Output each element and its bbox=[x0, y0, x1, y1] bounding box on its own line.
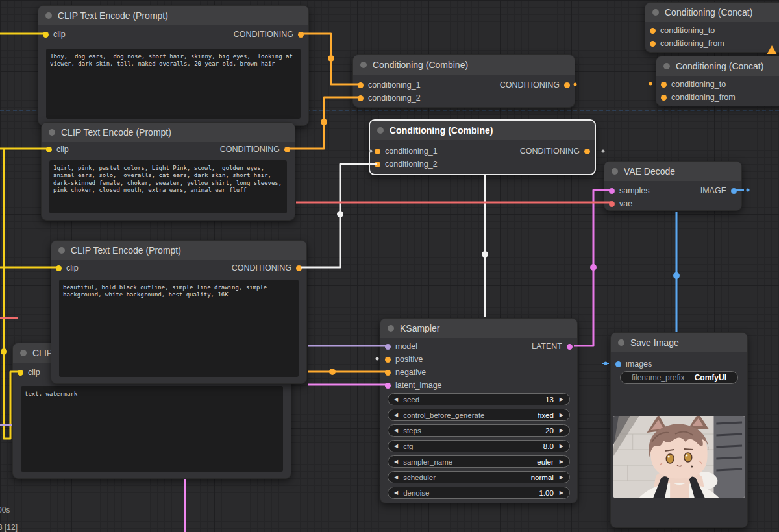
collapse-toggle-icon[interactable] bbox=[20, 350, 27, 356]
collapse-toggle-icon[interactable] bbox=[618, 339, 624, 346]
conditioning-slot-dot-icon[interactable] bbox=[358, 95, 364, 101]
control-before-generate-widget[interactable]: ◀ control_before_generate fixed ▶ bbox=[388, 409, 570, 421]
steps-widget[interactable]: ◀ steps 20 ▶ bbox=[388, 424, 570, 437]
node-title-bar[interactable]: KSampler bbox=[380, 319, 577, 338]
output-slot-conditioning[interactable]: CONDITIONING bbox=[220, 143, 290, 156]
input-slot-conditioning-1[interactable]: conditioning_1 bbox=[375, 145, 438, 158]
input-slot-clip[interactable]: clip bbox=[18, 366, 40, 379]
node-clip-text-encode-3[interactable]: CLIP Text Encode (Prompt) clip CONDITION… bbox=[51, 240, 307, 384]
latent-slot-dot-icon[interactable] bbox=[609, 188, 615, 194]
decrement-arrow-icon[interactable]: ◀ bbox=[394, 444, 398, 449]
collapse-toggle-icon[interactable] bbox=[377, 127, 384, 134]
widget-value[interactable]: 1.00 bbox=[539, 489, 553, 497]
decrement-arrow-icon[interactable]: ◀ bbox=[394, 413, 398, 418]
output-slot-conditioning[interactable]: CONDITIONING bbox=[500, 79, 570, 91]
clip-slot-dot-icon[interactable] bbox=[18, 370, 23, 376]
widget-value[interactable]: 13 bbox=[545, 396, 554, 404]
node-title-bar[interactable]: Conditioning (Combine) bbox=[370, 121, 595, 140]
comfyui-canvas[interactable]: { "colors": { "clip": "#f5cf1b", "condit… bbox=[0, 0, 779, 532]
image-slot-dot-icon[interactable] bbox=[731, 188, 737, 194]
decrement-arrow-icon[interactable]: ◀ bbox=[394, 459, 398, 465]
input-slot-conditioning-1[interactable]: conditioning_1 bbox=[358, 79, 421, 91]
input-slot-clip[interactable]: clip bbox=[43, 28, 66, 41]
conditioning-slot-dot-icon[interactable] bbox=[661, 82, 667, 88]
preview-image[interactable] bbox=[613, 416, 745, 498]
input-slot-model[interactable]: model bbox=[385, 340, 417, 353]
increment-arrow-icon[interactable]: ▶ bbox=[560, 428, 563, 433]
node-title-bar[interactable]: Save Image bbox=[611, 333, 747, 352]
conditioning-slot-dot-icon[interactable] bbox=[358, 82, 364, 88]
conditioning-slot-dot-icon[interactable] bbox=[564, 82, 570, 88]
sampler-name-widget[interactable]: ◀ sampler_name euler ▶ bbox=[388, 455, 570, 468]
conditioning-slot-dot-icon[interactable] bbox=[296, 265, 302, 271]
seed-widget[interactable]: ◀ seed 13 ▶ bbox=[388, 393, 570, 405]
output-slot-conditioning[interactable]: CONDITIONING bbox=[234, 28, 304, 41]
widget-value[interactable]: euler bbox=[537, 458, 554, 466]
decrement-arrow-icon[interactable]: ◀ bbox=[394, 490, 398, 496]
conditioning-slot-dot-icon[interactable] bbox=[650, 28, 656, 34]
conditioning-slot-dot-icon[interactable] bbox=[375, 149, 380, 154]
output-slot-image[interactable]: IMAGE bbox=[700, 184, 737, 197]
prompt-textarea[interactable]: 1boy, dog ears, dog nose, short hair, sk… bbox=[46, 49, 301, 119]
collapse-toggle-icon[interactable] bbox=[58, 247, 65, 254]
node-conditioning-combine-1[interactable]: Conditioning (Combine) conditioning_1 co… bbox=[352, 54, 575, 108]
input-slot-conditioning-to[interactable]: conditioning_to bbox=[650, 24, 715, 37]
conditioning-slot-dot-icon[interactable] bbox=[375, 162, 380, 167]
conditioning-slot-dot-icon[interactable] bbox=[584, 149, 590, 154]
collapse-toggle-icon[interactable] bbox=[612, 168, 618, 175]
widget-value[interactable]: 8.0 bbox=[543, 442, 554, 450]
input-slot-negative[interactable]: negative bbox=[385, 366, 426, 379]
widget-value[interactable]: 20 bbox=[545, 427, 554, 435]
clip-slot-dot-icon[interactable] bbox=[46, 147, 52, 152]
node-title-bar[interactable]: Conditioning (Concat) bbox=[656, 56, 779, 76]
node-vae-decode[interactable]: VAE Decode samples vae IMAGE bbox=[604, 161, 742, 211]
output-slot-conditioning[interactable]: CONDITIONING bbox=[232, 261, 302, 274]
conditioning-slot-dot-icon[interactable] bbox=[661, 95, 667, 101]
model-slot-dot-icon[interactable] bbox=[385, 344, 391, 350]
clip-slot-dot-icon[interactable] bbox=[43, 32, 49, 38]
node-title-bar[interactable]: CLIP Text Encode (Prompt) bbox=[51, 241, 306, 260]
clip-slot-dot-icon[interactable] bbox=[56, 265, 62, 271]
input-slot-latent-image[interactable]: latent_image bbox=[385, 379, 442, 392]
output-slot-latent[interactable]: LATENT bbox=[532, 340, 573, 353]
collapse-toggle-icon[interactable] bbox=[360, 62, 367, 68]
decrement-arrow-icon[interactable]: ◀ bbox=[394, 475, 398, 480]
input-slot-conditioning-to[interactable]: conditioning_to bbox=[661, 78, 726, 91]
prompt-textarea[interactable]: 1girl, pink, pastel colors, Light Pink, … bbox=[49, 160, 287, 213]
input-slot-conditioning-2[interactable]: conditioning_2 bbox=[358, 91, 421, 104]
conditioning-slot-dot-icon[interactable] bbox=[385, 370, 391, 376]
input-slot-clip[interactable]: clip bbox=[56, 261, 79, 274]
conditioning-slot-dot-icon[interactable] bbox=[650, 41, 656, 47]
vae-slot-dot-icon[interactable] bbox=[609, 201, 615, 207]
prompt-textarea[interactable]: text, watermark bbox=[21, 386, 283, 472]
latent-slot-dot-icon[interactable] bbox=[567, 344, 573, 350]
conditioning-slot-dot-icon[interactable] bbox=[284, 147, 290, 152]
denoise-widget[interactable]: ◀ denoise 1.00 ▶ bbox=[388, 487, 570, 499]
node-conditioning-combine-2-selected[interactable]: Conditioning (Combine) conditioning_1 co… bbox=[369, 119, 596, 175]
node-save-image[interactable]: Save Image images filename_prefix ComfyU… bbox=[610, 332, 748, 528]
node-title-bar[interactable]: Conditioning (Combine) bbox=[353, 55, 575, 75]
collapse-toggle-icon[interactable] bbox=[388, 325, 394, 332]
node-title-bar[interactable]: CLIP Text Encode (Prompt) bbox=[42, 123, 295, 142]
node-title-bar[interactable]: VAE Decode bbox=[604, 162, 741, 181]
prompt-textarea[interactable]: beautiful, bold black outline, simple li… bbox=[59, 280, 299, 377]
conditioning-slot-dot-icon[interactable] bbox=[385, 357, 391, 363]
widget-value[interactable]: fixed bbox=[538, 411, 554, 419]
node-title-bar[interactable]: Conditioning (Concat) bbox=[645, 3, 779, 22]
input-slot-conditioning-from[interactable]: conditioning_from bbox=[661, 91, 736, 104]
image-slot-dot-icon[interactable] bbox=[615, 361, 621, 367]
collapse-toggle-icon[interactable] bbox=[49, 129, 55, 136]
increment-arrow-icon[interactable]: ▶ bbox=[560, 397, 563, 402]
node-conditioning-concat-2[interactable]: Conditioning (Concat) conditioning_to co… bbox=[656, 56, 779, 106]
collapse-toggle-icon[interactable] bbox=[663, 63, 670, 69]
increment-arrow-icon[interactable]: ▶ bbox=[560, 459, 563, 465]
increment-arrow-icon[interactable]: ▶ bbox=[560, 475, 563, 480]
input-slot-samples[interactable]: samples bbox=[609, 184, 650, 197]
input-slot-conditioning-2[interactable]: conditioning_2 bbox=[375, 158, 438, 171]
increment-arrow-icon[interactable]: ▶ bbox=[560, 444, 563, 449]
decrement-arrow-icon[interactable]: ◀ bbox=[394, 397, 398, 402]
decrement-arrow-icon[interactable]: ◀ bbox=[394, 428, 398, 433]
cfg-widget[interactable]: ◀ cfg 8.0 ▶ bbox=[388, 440, 570, 452]
input-slot-conditioning-from[interactable]: conditioning_from bbox=[650, 37, 724, 50]
scheduler-widget[interactable]: ◀ scheduler normal ▶ bbox=[388, 471, 570, 483]
